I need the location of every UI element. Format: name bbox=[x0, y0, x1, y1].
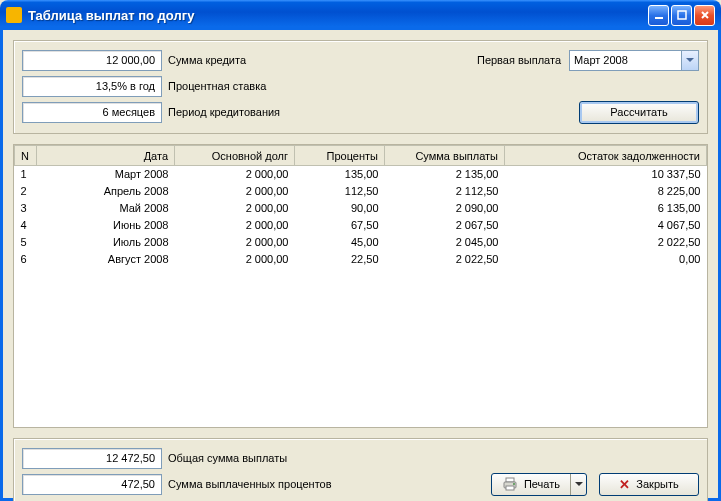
cell-n: 6 bbox=[15, 251, 37, 268]
app-icon bbox=[6, 7, 22, 23]
table-row[interactable]: 6Август 20082 000,0022,502 022,500,00 bbox=[15, 251, 707, 268]
col-header-principal[interactable]: Основной долг bbox=[175, 146, 295, 166]
cell-interest: 112,50 bbox=[295, 183, 385, 200]
cell-interest: 90,00 bbox=[295, 200, 385, 217]
rate-input[interactable]: 13,5% в год bbox=[22, 76, 162, 97]
cell-payment: 2 090,00 bbox=[385, 200, 505, 217]
cell-balance: 6 135,00 bbox=[505, 200, 707, 217]
total-payment-label: Общая сумма выплаты bbox=[168, 452, 287, 464]
table-row[interactable]: 5Июль 20082 000,0045,002 045,002 022,50 bbox=[15, 234, 707, 251]
cell-balance: 0,00 bbox=[505, 251, 707, 268]
first-payment-value: Март 2008 bbox=[574, 54, 628, 66]
total-interest-value: 472,50 bbox=[22, 474, 162, 495]
cell-principal: 2 000,00 bbox=[175, 200, 295, 217]
table-row[interactable]: 4Июнь 20082 000,0067,502 067,504 067,50 bbox=[15, 217, 707, 234]
titlebar: Таблица выплат по долгу bbox=[0, 0, 721, 30]
cell-principal: 2 000,00 bbox=[175, 234, 295, 251]
cell-n: 3 bbox=[15, 200, 37, 217]
rate-label: Процентная ставка bbox=[168, 80, 266, 92]
close-button[interactable]: ✕ Закрыть bbox=[599, 473, 699, 496]
calculate-button[interactable]: Рассчитать bbox=[579, 101, 699, 124]
cell-interest: 45,00 bbox=[295, 234, 385, 251]
svg-rect-4 bbox=[506, 486, 514, 490]
cell-n: 5 bbox=[15, 234, 37, 251]
first-payment-dropdown[interactable]: Март 2008 bbox=[569, 50, 699, 71]
first-payment-label: Первая выплата bbox=[477, 54, 561, 66]
minimize-button[interactable] bbox=[648, 5, 669, 26]
total-payment-value: 12 472,50 bbox=[22, 448, 162, 469]
payments-table: N Дата Основной долг Проценты Сумма выпл… bbox=[14, 145, 707, 268]
cell-payment: 2 022,50 bbox=[385, 251, 505, 268]
col-header-n[interactable]: N bbox=[15, 146, 37, 166]
cell-payment: 2 135,00 bbox=[385, 166, 505, 183]
printer-icon bbox=[502, 476, 518, 492]
cell-n: 1 bbox=[15, 166, 37, 183]
period-label: Период кредитования bbox=[168, 106, 280, 118]
cell-date: Июнь 2008 bbox=[37, 217, 175, 234]
cell-date: Август 2008 bbox=[37, 251, 175, 268]
cell-date: Июль 2008 bbox=[37, 234, 175, 251]
svg-rect-0 bbox=[655, 17, 663, 19]
cell-payment: 2 067,50 bbox=[385, 217, 505, 234]
footer-panel: 12 472,50 Общая сумма выплаты 472,50 Сум… bbox=[13, 438, 708, 501]
cell-balance: 8 225,00 bbox=[505, 183, 707, 200]
params-panel: 12 000,00 Сумма кредита Первая выплата М… bbox=[13, 40, 708, 134]
svg-point-5 bbox=[513, 483, 515, 485]
cell-interest: 22,50 bbox=[295, 251, 385, 268]
cell-date: Май 2008 bbox=[37, 200, 175, 217]
cell-principal: 2 000,00 bbox=[175, 251, 295, 268]
window-title: Таблица выплат по долгу bbox=[28, 8, 648, 23]
col-header-interest[interactable]: Проценты bbox=[295, 146, 385, 166]
amount-label: Сумма кредита bbox=[168, 54, 246, 66]
cell-interest: 135,00 bbox=[295, 166, 385, 183]
table-header-row: N Дата Основной долг Проценты Сумма выпл… bbox=[15, 146, 707, 166]
cell-payment: 2 045,00 bbox=[385, 234, 505, 251]
maximize-button[interactable] bbox=[671, 5, 692, 26]
cell-principal: 2 000,00 bbox=[175, 217, 295, 234]
total-interest-label: Сумма выплаченных процентов bbox=[168, 478, 332, 490]
client-area: 12 000,00 Сумма кредита Первая выплата М… bbox=[0, 30, 721, 501]
period-input[interactable]: 6 месяцев bbox=[22, 102, 162, 123]
cell-n: 4 bbox=[15, 217, 37, 234]
cell-interest: 67,50 bbox=[295, 217, 385, 234]
col-header-balance[interactable]: Остаток задолженности bbox=[505, 146, 707, 166]
print-button[interactable]: Печать bbox=[491, 473, 587, 496]
cell-balance: 4 067,50 bbox=[505, 217, 707, 234]
cell-date: Апрель 2008 bbox=[37, 183, 175, 200]
cell-balance: 10 337,50 bbox=[505, 166, 707, 183]
cell-principal: 2 000,00 bbox=[175, 183, 295, 200]
cell-principal: 2 000,00 bbox=[175, 166, 295, 183]
cell-balance: 2 022,50 bbox=[505, 234, 707, 251]
chevron-down-icon[interactable] bbox=[681, 51, 698, 70]
amount-input[interactable]: 12 000,00 bbox=[22, 50, 162, 71]
col-header-payment[interactable]: Сумма выплаты bbox=[385, 146, 505, 166]
print-dropdown-arrow[interactable] bbox=[570, 474, 586, 495]
cell-date: Март 2008 bbox=[37, 166, 175, 183]
table-row[interactable]: 1Март 20082 000,00135,002 135,0010 337,5… bbox=[15, 166, 707, 183]
close-icon: ✕ bbox=[619, 478, 630, 491]
svg-rect-1 bbox=[678, 11, 686, 19]
svg-rect-2 bbox=[506, 478, 514, 482]
cell-payment: 2 112,50 bbox=[385, 183, 505, 200]
cell-n: 2 bbox=[15, 183, 37, 200]
table-row[interactable]: 3Май 20082 000,0090,002 090,006 135,00 bbox=[15, 200, 707, 217]
col-header-date[interactable]: Дата bbox=[37, 146, 175, 166]
window-close-button[interactable] bbox=[694, 5, 715, 26]
table-row[interactable]: 2Апрель 20082 000,00112,502 112,508 225,… bbox=[15, 183, 707, 200]
payments-table-container: N Дата Основной долг Проценты Сумма выпл… bbox=[13, 144, 708, 428]
